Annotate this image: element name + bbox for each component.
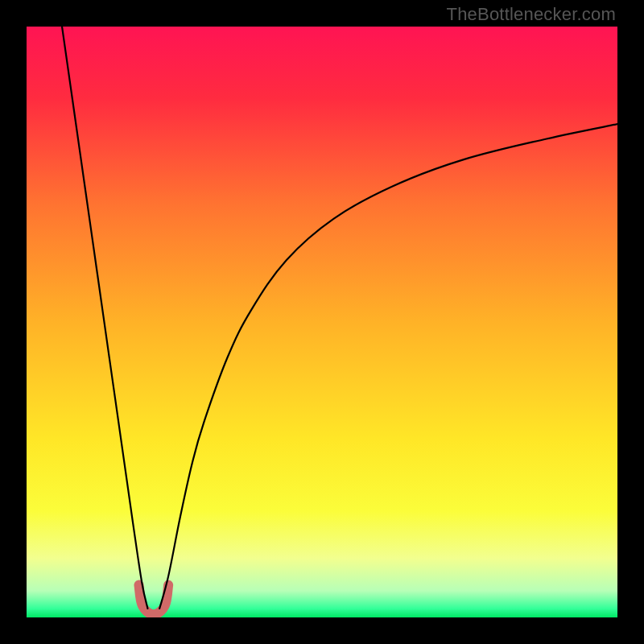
watermark-text: TheBottlenecker.com: [447, 4, 616, 25]
plot-area: [27, 27, 617, 617]
chart-svg: [27, 27, 617, 617]
gradient-background: [27, 27, 617, 617]
outer-frame: TheBottlenecker.com: [0, 0, 644, 644]
